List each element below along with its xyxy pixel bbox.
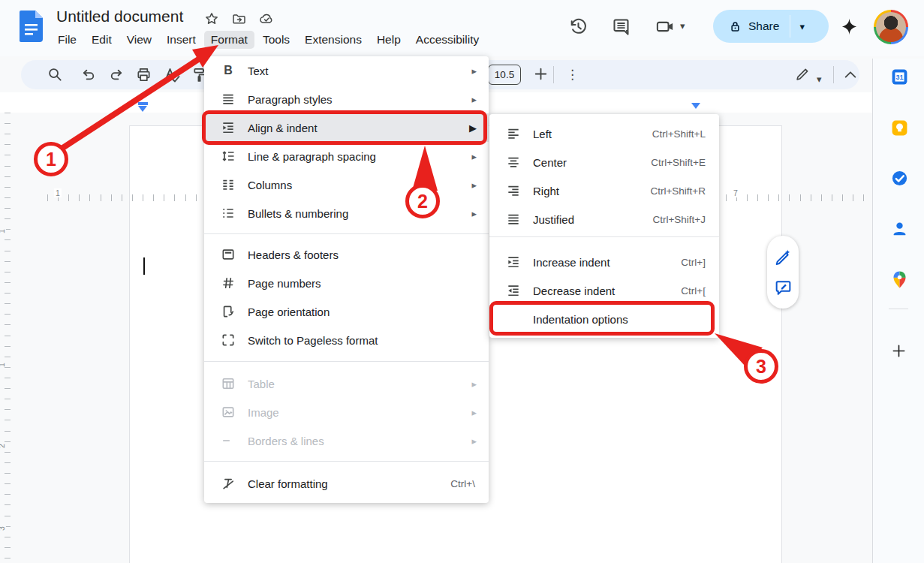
more-toolbar-options-icon[interactable]: ⋮ bbox=[566, 67, 579, 83]
ruler-ticks-vertical bbox=[5, 113, 11, 563]
clear-formatting-icon bbox=[219, 476, 237, 491]
menubar: File Edit View Insert Format Tools Exten… bbox=[51, 31, 486, 49]
text-cursor bbox=[143, 257, 145, 275]
google-docs-logo[interactable] bbox=[20, 11, 43, 42]
menu-item-image: Image▸ bbox=[204, 398, 489, 426]
menu-item-page-numbers[interactable]: Page numbers bbox=[204, 269, 489, 297]
menu-extensions[interactable]: Extensions bbox=[298, 31, 369, 49]
redo-icon[interactable] bbox=[108, 66, 125, 83]
move-folder-icon[interactable] bbox=[231, 11, 247, 26]
pageless-format-icon bbox=[219, 333, 237, 348]
document-title[interactable]: Untitled document bbox=[56, 8, 183, 26]
submenu-item-right[interactable]: Right Ctrl+Shift+R bbox=[489, 176, 719, 205]
columns-icon bbox=[219, 177, 237, 192]
sidebar-divider bbox=[889, 309, 908, 309]
menu-format[interactable]: Format bbox=[204, 31, 254, 49]
increase-indent-icon bbox=[504, 254, 522, 269]
table-icon bbox=[219, 376, 237, 391]
vertical-ruler[interactable]: 1 1 2 3 4 bbox=[0, 113, 12, 563]
app-header: Untitled document File Edit View Insert … bbox=[0, 0, 924, 56]
star-icon[interactable] bbox=[204, 11, 219, 26]
ruler-number: 2 bbox=[0, 444, 6, 448]
gemini-sparkle-icon[interactable] bbox=[839, 17, 859, 37]
undo-icon[interactable] bbox=[80, 66, 97, 83]
menu-separator bbox=[489, 236, 719, 237]
menu-insert[interactable]: Insert bbox=[160, 31, 203, 49]
menu-item-bullets-numbering[interactable]: Bullets & numbering▸ bbox=[204, 199, 489, 227]
meet-video-icon[interactable] bbox=[655, 17, 676, 37]
menu-item-columns[interactable]: Columns▸ bbox=[204, 170, 489, 199]
maps-icon[interactable] bbox=[890, 270, 909, 289]
menu-help[interactable]: Help bbox=[370, 31, 408, 49]
right-indent-marker[interactable] bbox=[691, 103, 700, 109]
submenu-arrow-icon: ▸ bbox=[471, 179, 477, 191]
decrease-indent-icon bbox=[504, 283, 522, 298]
meet-caret-icon[interactable]: ▾ bbox=[680, 20, 685, 32]
menu-item-paragraph-styles[interactable]: Paragraph styles▸ bbox=[204, 85, 489, 113]
menu-item-borders-lines: Borders & lines▸ bbox=[204, 426, 489, 455]
menu-separator bbox=[204, 233, 489, 234]
share-label: Share bbox=[748, 20, 779, 33]
account-avatar[interactable] bbox=[874, 10, 908, 44]
headers-footers-icon bbox=[219, 247, 237, 262]
contacts-icon[interactable] bbox=[890, 219, 909, 238]
submenu-item-left[interactable]: Left Ctrl+Shift+L bbox=[489, 119, 719, 148]
menu-view[interactable]: View bbox=[120, 31, 158, 49]
search-menus-icon[interactable] bbox=[47, 66, 64, 83]
quick-actions-pill bbox=[767, 236, 799, 309]
font-size-increase-icon[interactable] bbox=[531, 65, 550, 83]
mode-caret-icon[interactable]: ▾ bbox=[817, 74, 822, 85]
align-center-icon bbox=[504, 155, 522, 170]
menu-separator bbox=[204, 461, 489, 462]
submenu-arrow-icon: ▸ bbox=[471, 94, 477, 105]
submenu-arrow-icon: ▸ bbox=[471, 151, 477, 162]
submenu-item-justified[interactable]: Justified Ctrl+Shift+J bbox=[489, 205, 719, 233]
submenu-item-increase-indent[interactable]: Increase indent Ctrl+] bbox=[489, 248, 719, 276]
get-addons-plus-icon[interactable] bbox=[890, 342, 907, 360]
share-caret-icon[interactable]: ▾ bbox=[799, 21, 805, 32]
step-badge-1: 1 bbox=[34, 142, 68, 176]
align-justify-icon bbox=[504, 212, 522, 227]
keep-icon[interactable] bbox=[890, 119, 909, 137]
borders-lines-icon bbox=[219, 433, 237, 448]
version-history-icon[interactable] bbox=[568, 17, 588, 37]
first-line-indent-marker[interactable] bbox=[138, 102, 148, 105]
print-icon[interactable] bbox=[135, 66, 152, 83]
menu-item-line-spacing[interactable]: Line & paragraph spacing▸ bbox=[204, 142, 489, 170]
submenu-item-center[interactable]: Center Ctrl+Shift+E bbox=[489, 148, 719, 176]
menu-item-text[interactable]: B Text▸ bbox=[204, 56, 489, 85]
tasks-icon[interactable] bbox=[890, 169, 909, 188]
menu-separator bbox=[204, 361, 489, 362]
menu-item-headers-footers[interactable]: Headers & footers bbox=[204, 240, 489, 269]
left-indent-marker[interactable] bbox=[138, 106, 147, 112]
menu-item-pageless[interactable]: Switch to Pageless format bbox=[204, 326, 489, 354]
submenu-arrow-icon: ▸ bbox=[471, 378, 477, 390]
submenu-arrow-icon: ▸ bbox=[471, 208, 477, 219]
bullets-numbering-icon bbox=[219, 206, 237, 221]
menu-item-clear-formatting[interactable]: Clear formatting Ctrl+\ bbox=[204, 469, 489, 498]
hide-menus-chevron-icon[interactable] bbox=[843, 68, 858, 81]
font-size-input[interactable]: 10.5 bbox=[488, 65, 521, 85]
submenu-item-indentation-options[interactable]: Indentation options bbox=[489, 305, 719, 333]
cloud-saved-icon[interactable] bbox=[258, 11, 275, 26]
page-numbers-icon bbox=[219, 275, 237, 291]
help-me-write-icon[interactable] bbox=[774, 248, 793, 266]
submenu-arrow-icon: ▸ bbox=[471, 65, 477, 77]
menu-tools[interactable]: Tools bbox=[256, 31, 296, 49]
menu-accessibility[interactable]: Accessibility bbox=[409, 31, 486, 49]
ruler-number: 1 bbox=[0, 229, 6, 233]
menu-item-align-indent[interactable]: Align & indent▶ bbox=[204, 113, 489, 142]
page-orientation-icon bbox=[219, 304, 237, 319]
menu-edit[interactable]: Edit bbox=[85, 31, 119, 49]
comments-icon[interactable] bbox=[611, 17, 631, 37]
submenu-item-decrease-indent[interactable]: Decrease indent Ctrl+[ bbox=[489, 276, 719, 305]
add-comment-icon[interactable] bbox=[774, 278, 793, 297]
calendar-icon[interactable]: 31 bbox=[890, 68, 909, 86]
submenu-arrow-icon: ▶ bbox=[469, 122, 477, 134]
spelling-check-icon[interactable] bbox=[163, 66, 181, 84]
menu-file[interactable]: File bbox=[51, 31, 83, 49]
menu-item-page-orientation[interactable]: Page orientation bbox=[204, 297, 489, 326]
svg-text:31: 31 bbox=[896, 74, 904, 81]
editing-mode-pen-icon[interactable] bbox=[794, 66, 811, 83]
share-button[interactable]: Share ▾ bbox=[713, 10, 829, 43]
